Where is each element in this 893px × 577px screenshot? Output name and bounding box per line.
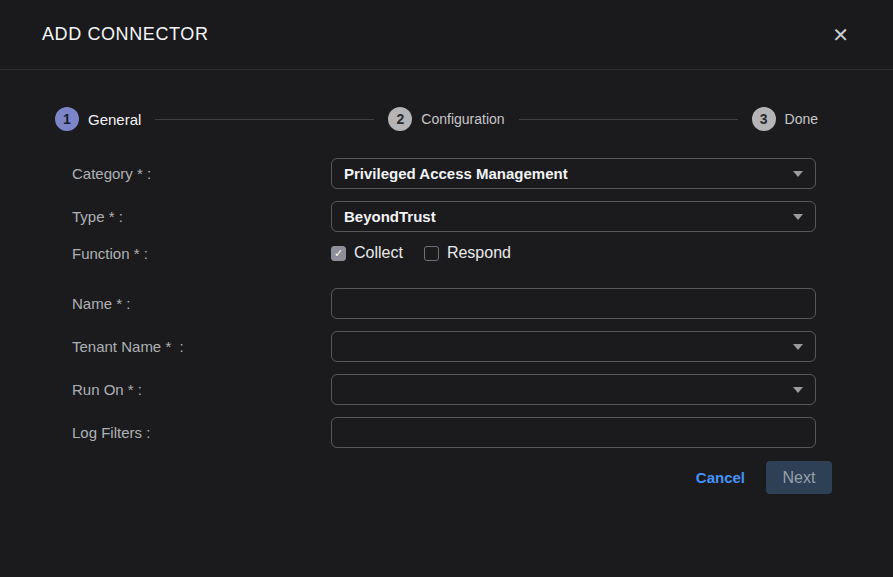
next-button[interactable]: Next: [766, 461, 832, 494]
respond-checkbox[interactable]: [424, 246, 439, 261]
step-general-label: General: [88, 111, 141, 128]
wizard-stepper: 1 General 2 Configuration 3 Done: [0, 106, 893, 132]
function-label: Function * :: [72, 245, 331, 262]
function-checkbox-group: ✓ Collect Respond: [331, 244, 511, 262]
step-configuration-label: Configuration: [421, 111, 504, 127]
respond-checkbox-item[interactable]: Respond: [424, 244, 511, 262]
step-done-number: 3: [752, 107, 776, 131]
stepper-connector-line: [155, 119, 374, 120]
step-done[interactable]: 3 Done: [752, 107, 818, 131]
close-icon[interactable]: ✕: [828, 21, 853, 49]
name-input[interactable]: [331, 288, 816, 319]
collect-checkbox-label[interactable]: Collect: [354, 244, 403, 262]
collect-checkbox-item[interactable]: ✓ Collect: [331, 244, 403, 262]
dialog-title: ADD CONNECTOR: [42, 24, 208, 45]
category-label: Category * :: [72, 165, 331, 182]
dialog-footer: Cancel Next: [0, 461, 893, 494]
run-on-select[interactable]: [331, 374, 816, 405]
type-select-value: BeyondTrust: [344, 208, 436, 225]
name-row: Name * :: [0, 288, 893, 319]
tenant-name-select[interactable]: [331, 331, 816, 362]
step-general[interactable]: 1 General: [55, 107, 141, 131]
log-filters-input[interactable]: [331, 417, 816, 448]
log-filters-label: Log Filters :: [72, 424, 331, 441]
dialog-header: ADD CONNECTOR ✕: [0, 0, 893, 70]
type-select[interactable]: BeyondTrust: [331, 201, 816, 232]
respond-checkbox-label[interactable]: Respond: [447, 244, 511, 262]
step-done-label: Done: [785, 111, 818, 127]
add-connector-dialog: ADD CONNECTOR ✕ 1 General 2 Configuratio…: [0, 0, 893, 494]
category-select[interactable]: Privileged Access Management: [331, 158, 816, 189]
type-label: Type * :: [72, 208, 331, 225]
cancel-button[interactable]: Cancel: [696, 469, 745, 486]
function-row: Function * : ✓ Collect Respond: [0, 243, 893, 263]
step-general-number: 1: [55, 107, 79, 131]
name-label: Name * :: [72, 295, 331, 312]
tenant-name-label: Tenant Name * :: [72, 338, 331, 355]
log-filters-row: Log Filters :: [0, 417, 893, 448]
run-on-row: Run On * :: [0, 374, 893, 405]
step-configuration-number: 2: [388, 107, 412, 131]
type-row: Type * : BeyondTrust: [0, 201, 893, 232]
step-configuration[interactable]: 2 Configuration: [388, 107, 504, 131]
collect-checkbox[interactable]: ✓: [331, 246, 346, 261]
connector-form: Category * : Privileged Access Managemen…: [0, 158, 893, 448]
category-select-value: Privileged Access Management: [344, 165, 568, 182]
stepper-connector-line: [519, 119, 738, 120]
run-on-label: Run On * :: [72, 381, 331, 398]
tenant-name-row: Tenant Name * :: [0, 331, 893, 362]
category-row: Category * : Privileged Access Managemen…: [0, 158, 893, 189]
